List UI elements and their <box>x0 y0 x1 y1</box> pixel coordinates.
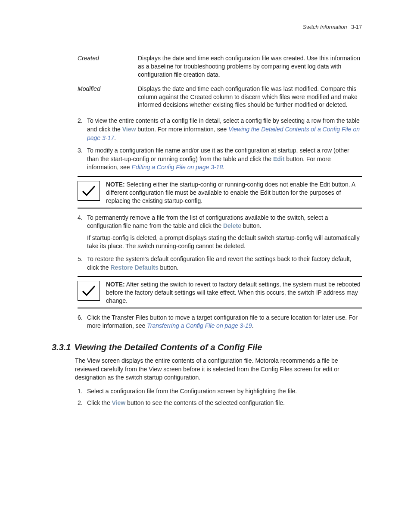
step-text: button. <box>241 222 262 229</box>
checkmark-icon <box>78 281 100 301</box>
definition-row: Created Displays the date and time each … <box>78 54 362 79</box>
step-3: To modify a configuration file name and/… <box>78 146 362 172</box>
step-text: button. For more information, see <box>136 126 228 133</box>
note-label: NOTE: <box>106 181 125 188</box>
definition-term: Modified <box>78 85 138 109</box>
numbered-steps: Click the Transfer Files button to move … <box>78 314 362 330</box>
sub-step-2: Click the View button to see the content… <box>78 399 362 408</box>
note-block: NOTE: Selecting either the startup-confi… <box>78 176 362 208</box>
step-text: . <box>223 164 224 171</box>
section-number: 3.3.1 <box>52 342 74 352</box>
sub-step-1: Select a configuration file from the Con… <box>78 387 362 396</box>
note-body: Selecting either the startup-config or r… <box>106 181 355 204</box>
page: Switch Information 3-17 Created Displays… <box>0 0 411 532</box>
step-text: button. <box>159 264 179 271</box>
section-heading: 3.3.1Viewing the Detailed Contents of a … <box>52 342 362 352</box>
step-follow-text: If startup-config is deleted, a prompt d… <box>87 234 362 251</box>
step-text: button to see the contents of the select… <box>125 399 285 406</box>
view-button-word: View <box>122 126 136 133</box>
note-block: NOTE: After setting the switch to revert… <box>78 276 362 308</box>
edit-button-word: Edit <box>273 156 284 162</box>
numbered-steps: To permanently remove a file from the li… <box>78 214 362 272</box>
section-intro: The View screen displays the entire cont… <box>75 357 362 382</box>
note-text: NOTE: Selecting either the startup-confi… <box>106 180 362 205</box>
step-text: . <box>252 322 254 329</box>
running-header-page: 3-17 <box>349 24 362 30</box>
checkmark-icon <box>78 181 100 201</box>
delete-button-word: Delete <box>223 222 241 229</box>
cross-ref-link[interactable]: Transferring a Config File on page 3-19 <box>147 322 252 329</box>
note-label: NOTE: <box>106 281 125 288</box>
definition-term: Created <box>78 54 138 79</box>
definition-body: Displays the date and time each configur… <box>138 85 362 109</box>
step-6: Click the Transfer Files button to move … <box>78 314 362 330</box>
sub-steps: Select a configuration file from the Con… <box>78 387 362 408</box>
step-5: To restore the system's default configur… <box>78 255 362 272</box>
note-text: NOTE: After setting the switch to revert… <box>106 280 362 305</box>
definition-row: Modified Displays the date and time each… <box>78 85 362 109</box>
view-button-word: View <box>112 399 126 406</box>
definition-table: Created Displays the date and time each … <box>78 54 362 109</box>
definition-body: Displays the date and time each configur… <box>138 54 362 79</box>
running-header-title: Switch Information <box>303 24 347 30</box>
numbered-steps: To view the entire contents of a config … <box>78 117 362 172</box>
running-header: Switch Information 3-17 <box>52 24 362 30</box>
restore-defaults-button-word: Restore Defaults <box>110 264 158 271</box>
step-2: To view the entire contents of a config … <box>78 117 362 142</box>
cross-ref-link[interactable]: Editing a Config File on page 3-18 <box>132 164 223 171</box>
note-body: After setting the switch to revert to fa… <box>106 281 361 304</box>
step-text: To permanently remove a file from the li… <box>87 214 328 230</box>
step-text: Click the <box>87 399 112 406</box>
section-title: Viewing the Detailed Contents of a Confi… <box>74 342 262 352</box>
step-4: To permanently remove a file from the li… <box>78 214 362 251</box>
step-text: . <box>114 134 116 141</box>
